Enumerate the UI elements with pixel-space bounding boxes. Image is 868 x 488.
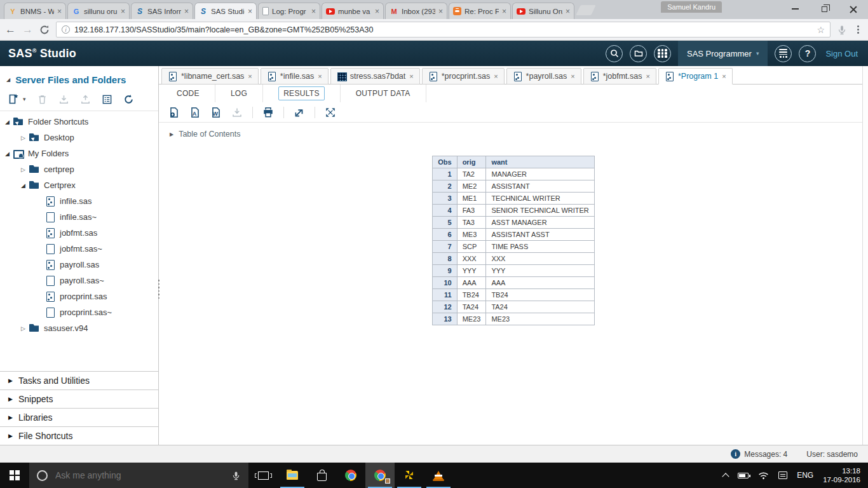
expander-icon[interactable]	[21, 182, 29, 189]
help-button[interactable]: ?	[799, 45, 816, 62]
search-input[interactable]	[55, 470, 224, 480]
expander-icon[interactable]	[21, 325, 29, 332]
browser-tab[interactable]: Sillunu Oru ×	[512, 3, 574, 19]
sidebar-section[interactable]: ▶ Snippets	[0, 390, 158, 408]
tab-close-icon[interactable]: ×	[57, 8, 62, 15]
file-explorer-button[interactable]	[278, 463, 307, 488]
properties-button[interactable]	[102, 94, 112, 105]
document-tab-close-icon[interactable]: ×	[248, 72, 252, 80]
tree-item[interactable]: payroll.sas~	[0, 273, 158, 288]
windows-store-button[interactable]	[307, 463, 336, 488]
document-tab-close-icon[interactable]: ×	[494, 72, 498, 80]
browser-tab[interactable]: munbe va ×	[322, 3, 384, 19]
scrollbar-track[interactable]	[862, 66, 868, 445]
print-button[interactable]	[262, 107, 274, 118]
document-tab[interactable]: *procprint.sas ×	[422, 68, 505, 85]
bookmark-star-icon[interactable]: ☆	[817, 25, 825, 35]
minimize-button[interactable]	[780, 0, 810, 18]
expander-icon[interactable]	[5, 119, 13, 125]
browser-menu-icon[interactable]	[853, 25, 863, 34]
browser-tab[interactable]: SAS Studio ×	[194, 3, 257, 19]
download-pdf-button[interactable]: A	[189, 107, 201, 118]
forward-button[interactable]: →	[22, 24, 33, 35]
maximize-view-button[interactable]	[325, 107, 336, 118]
tab-close-icon[interactable]: ×	[438, 8, 443, 15]
open-file-button[interactable]	[630, 45, 647, 62]
browser-tab[interactable]: Inbox (293 ×	[385, 3, 447, 19]
tab-close-icon[interactable]: ×	[566, 8, 570, 15]
tree-item[interactable]: sasuser.v94	[0, 320, 158, 336]
browser-profile-name[interactable]: Samuel Kandru	[661, 1, 722, 13]
browser-tab[interactable]: sillunu oru ×	[67, 3, 130, 19]
tree-item[interactable]: certprep	[0, 161, 158, 177]
panel-tab[interactable]: CODE	[161, 85, 215, 102]
chrome-button[interactable]	[336, 463, 365, 488]
mic-icon[interactable]	[837, 25, 847, 35]
tab-close-icon[interactable]: ×	[184, 8, 189, 15]
new-file-button[interactable]	[8, 93, 19, 105]
panel-tab[interactable]: OUTPUT DATA	[341, 85, 426, 102]
delete-button[interactable]	[37, 94, 48, 105]
tree-item[interactable]: jobfmt.sas	[0, 225, 158, 241]
action-center-icon[interactable]	[778, 471, 787, 479]
tree-item[interactable]: My Folders	[0, 146, 158, 161]
tree-item[interactable]: Desktop	[0, 130, 158, 146]
expander-icon[interactable]	[21, 166, 29, 173]
collapse-icon[interactable]: ◢	[6, 77, 10, 83]
browser-tab[interactable]: Re: Proc Fo ×	[449, 3, 511, 19]
sidebar-section[interactable]: ▶ File Shortcuts	[0, 426, 158, 445]
remote-app-button[interactable]	[395, 463, 424, 488]
tree-item[interactable]: procprint.sas~	[0, 304, 158, 320]
panel-tab[interactable]: LOG	[215, 85, 263, 102]
document-tab[interactable]: *payroll.sas ×	[506, 68, 581, 85]
tab-close-icon[interactable]: ×	[375, 8, 379, 15]
download-results-button[interactable]	[231, 107, 243, 118]
tab-close-icon[interactable]: ×	[502, 8, 506, 15]
document-tab-close-icon[interactable]: ×	[722, 72, 726, 80]
document-tab[interactable]: *libname_cert.sas ×	[161, 68, 259, 85]
new-tab-button[interactable]	[576, 5, 595, 15]
tree-item[interactable]: Certprex	[0, 177, 158, 193]
download-rtf-button[interactable]: W	[210, 107, 222, 118]
expander-icon[interactable]	[5, 151, 13, 157]
document-tab-close-icon[interactable]: ×	[318, 72, 322, 80]
tab-close-icon[interactable]: ×	[248, 8, 252, 15]
vlc-button[interactable]	[424, 463, 453, 488]
tab-close-icon[interactable]: ×	[311, 8, 316, 15]
options-menu-button[interactable]	[775, 45, 792, 62]
tree-item[interactable]: jobfmt.sas~	[0, 241, 158, 257]
tree-item[interactable]: procprint.sas	[0, 288, 158, 304]
url-text[interactable]: 192.168.177.130/SASStudio/35/main?locale…	[74, 25, 812, 34]
close-button[interactable]	[839, 0, 868, 18]
document-tab-close-icon[interactable]: ×	[646, 72, 650, 80]
chrome-profile-button[interactable]	[365, 463, 395, 488]
panel-tab[interactable]: RESULTS	[263, 85, 341, 102]
clock[interactable]: 13:18 17-09-2016	[823, 466, 860, 484]
apps-button[interactable]	[654, 45, 671, 62]
tree-item[interactable]: payroll.sas	[0, 257, 158, 273]
battery-icon[interactable]	[738, 473, 749, 478]
document-tab[interactable]: *Program 1 ×	[658, 68, 733, 85]
tab-close-icon[interactable]: ×	[121, 8, 125, 15]
document-tab-close-icon[interactable]: ×	[409, 72, 413, 80]
document-tab[interactable]: *jobfmt.sas ×	[583, 68, 656, 85]
sign-out-link[interactable]: Sign Out	[825, 49, 858, 58]
wifi-icon[interactable]	[758, 471, 769, 480]
restore-button[interactable]	[810, 0, 839, 18]
refresh-button[interactable]	[123, 94, 134, 105]
task-view-button[interactable]	[248, 463, 278, 488]
table-of-contents-toggle[interactable]: ▶ Table of Contents	[159, 123, 868, 139]
role-selector[interactable]: SAS Programmer ▾	[678, 41, 768, 66]
search-button[interactable]	[606, 45, 623, 62]
tree-item[interactable]: Folder Shortcuts	[0, 114, 158, 130]
document-tab-close-icon[interactable]: ×	[571, 72, 574, 80]
taskbar-mic-icon[interactable]	[231, 471, 241, 480]
browser-tab[interactable]: BNMS - W ×	[4, 3, 66, 19]
page-info-icon[interactable]: i	[62, 25, 70, 34]
sidebar-section[interactable]: ▶ Tasks and Utilities	[0, 371, 158, 390]
messages-indicator[interactable]: i Messages: 4	[731, 449, 787, 459]
download-html-button[interactable]	[168, 107, 180, 118]
tray-expand-icon[interactable]	[722, 473, 729, 480]
browser-tab[interactable]: SAS Inform ×	[131, 3, 193, 19]
url-bar[interactable]: i 192.168.177.130/SASStudio/35/main?loca…	[56, 22, 831, 37]
